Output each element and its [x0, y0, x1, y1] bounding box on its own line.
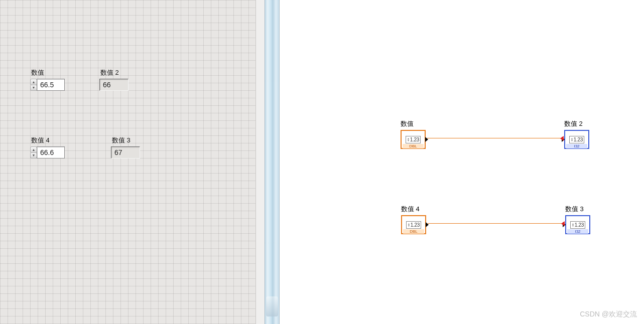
numeric-display: 66: [99, 79, 128, 91]
datatype-label: I32: [566, 144, 587, 148]
spinner-icon[interactable]: ▲▼: [30, 146, 37, 158]
control-label: 数值 4: [30, 136, 65, 145]
coercion-dot-icon: [561, 221, 565, 226]
wire-1[interactable]: [427, 138, 561, 138]
node-label: 数值 4: [401, 205, 426, 214]
node-label: 数值: [401, 119, 426, 128]
bd-control-node-1[interactable]: 数值 ▲▼ 1.23 DBL: [401, 119, 426, 149]
numeric-indicator-1: 数值 2 66: [99, 68, 128, 91]
numeric-display: 67: [111, 146, 140, 158]
wire-2[interactable]: [428, 223, 562, 224]
control-terminal-icon[interactable]: ▲▼ 1.23 DBL: [401, 130, 426, 149]
app-root: 数值 ▲▼ 66.5 数值 2 66 数值 4 ▲▼ 66.6: [0, 0, 644, 324]
spinner-icon[interactable]: ▲▼: [30, 79, 37, 91]
indicator-terminal-icon[interactable]: ▲▼ 1.23 I32: [565, 215, 590, 234]
numeric-control-body: ▲▼ 66.5: [30, 79, 65, 91]
datatype-label: DBL: [403, 144, 424, 148]
control-label: 数值: [30, 68, 65, 77]
datatype-label: I32: [567, 229, 588, 234]
terminal-glyph: ▲▼ 1.23: [406, 136, 421, 143]
node-label: 数值 3: [565, 205, 590, 214]
block-diagram[interactable]: 数值 ▲▼ 1.23 DBL 数值 2 ▲▼ 1.23 I32: [280, 0, 644, 324]
terminal-glyph: ▲▼ 1.23: [570, 221, 585, 229]
bd-control-node-2[interactable]: 数值 4 ▲▼ 1.23 DBL: [401, 205, 426, 234]
numeric-control-2: 数值 4 ▲▼ 66.6: [30, 136, 65, 158]
numeric-control-body: ▲▼ 66.6: [30, 146, 65, 158]
numeric-indicator-2: 数值 3 67: [111, 136, 140, 158]
terminal-glyph: ▲▼ 1.23: [406, 221, 421, 229]
control-terminal-icon[interactable]: ▲▼ 1.23 DBL: [401, 215, 426, 234]
numeric-input[interactable]: 66.6: [37, 146, 65, 158]
indicator-terminal-icon[interactable]: ▲▼ 1.23 I32: [564, 130, 589, 149]
bd-indicator-node-1[interactable]: 数值 2 ▲▼ 1.23 I32: [564, 119, 589, 149]
pane-divider[interactable]: [265, 0, 280, 324]
indicator-label: 数值 3: [111, 136, 140, 145]
node-label: 数值 2: [564, 119, 589, 128]
vertical-scrollbar[interactable]: [255, 0, 265, 324]
terminal-glyph: ▲▼ 1.23: [569, 136, 584, 143]
front-panel[interactable]: 数值 ▲▼ 66.5 数值 2 66 数值 4 ▲▼ 66.6: [0, 0, 265, 324]
watermark: CSDN @欢迎交流: [580, 310, 637, 319]
datatype-label: DBL: [403, 229, 424, 234]
indicator-label: 数值 2: [99, 68, 128, 77]
bd-indicator-node-2[interactable]: 数值 3 ▲▼ 1.23 I32: [565, 205, 590, 234]
coercion-dot-icon: [560, 136, 564, 141]
numeric-control-1: 数值 ▲▼ 66.5: [30, 68, 65, 91]
numeric-input[interactable]: 66.5: [37, 79, 65, 91]
